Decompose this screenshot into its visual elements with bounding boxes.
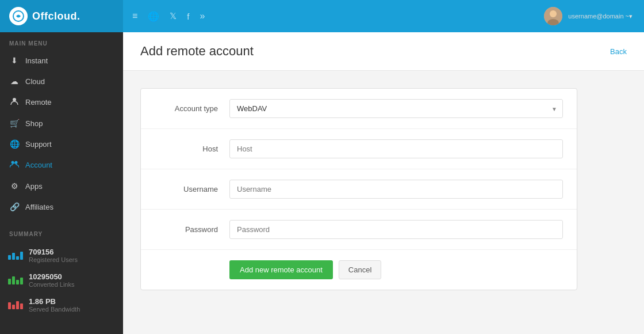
sidebar-item-apps[interactable]: ⚙ Apps	[0, 176, 123, 196]
cancel-button[interactable]: Cancel	[339, 260, 381, 279]
sidebar-item-shop-label: Shop	[25, 119, 43, 128]
affiliates-icon: 🔗	[9, 202, 20, 211]
svg-point-4	[13, 98, 16, 101]
account-type-select[interactable]: WebDAV FTP SFTP Amazon S3 Dropbox	[229, 99, 563, 118]
sidebar-item-instant[interactable]: ⬇ Instant	[0, 50, 123, 71]
instant-icon: ⬇	[9, 56, 20, 65]
logo-area: Offcloud.	[0, 0, 123, 32]
sidebar-item-shop[interactable]: 🛒 Shop	[0, 113, 123, 134]
converted-links-label: Converted Links	[29, 281, 75, 288]
password-label: Password	[155, 225, 229, 234]
password-input[interactable]	[229, 220, 563, 239]
sidebar-summary: 709156 Registered Users 10295050 Convert…	[0, 241, 123, 320]
sidebar-item-remote[interactable]: Remote	[0, 92, 123, 113]
host-label: Host	[155, 145, 229, 153]
add-remote-account-form: Account type WebDAV FTP SFTP Amazon S3 D…	[140, 88, 577, 290]
registered-users-count: 709156	[29, 248, 78, 256]
remote-icon	[9, 97, 20, 107]
form-actions: Add new remote account Cancel	[141, 250, 577, 290]
logo-text: Offcloud.	[32, 10, 80, 22]
served-bandwidth-count: 1.86 PB	[29, 297, 80, 306]
sidebar-item-instant-label: Instant	[25, 56, 48, 65]
content-header: Add remote account Back	[123, 32, 644, 71]
topbar: Offcloud. ≡ 🌐 𝕏 f » username@domain ~▾	[0, 0, 644, 32]
globe-icon[interactable]: 🌐	[148, 11, 159, 22]
account-type-label: Account type	[155, 104, 229, 113]
cloud-icon: ☁	[9, 77, 20, 86]
registered-users-label: Registered Users	[29, 256, 78, 263]
sidebar-item-support-label: Support	[25, 140, 52, 149]
host-row: Host	[141, 129, 577, 169]
summary-registered-users: 709156 Registered Users	[0, 243, 123, 268]
summary-served-bandwidth: 1.86 PB Served Bandwidth	[0, 293, 123, 317]
account-type-select-wrapper: WebDAV FTP SFTP Amazon S3 Dropbox ▼	[229, 99, 563, 118]
sidebar-item-account-label: Account	[25, 161, 52, 169]
user-name-label[interactable]: username@domain ~▾	[568, 13, 632, 20]
content-body: Account type WebDAV FTP SFTP Amazon S3 D…	[123, 71, 644, 308]
apps-icon: ⚙	[9, 181, 20, 191]
account-type-row: Account type WebDAV FTP SFTP Amazon S3 D…	[141, 89, 577, 129]
hamburger-icon[interactable]: ≡	[132, 11, 137, 21]
password-row: Password	[141, 210, 577, 250]
avatar	[544, 7, 562, 25]
twitter-icon[interactable]: 𝕏	[170, 11, 177, 21]
served-bandwidth-label: Served Bandwidth	[29, 306, 80, 313]
svg-point-2	[550, 10, 557, 17]
sidebar: MAIN MENU ⬇ Instant ☁ Cloud Remote 🛒 Sho…	[0, 32, 123, 334]
username-label: Username	[155, 185, 229, 193]
username-row: Username	[141, 169, 577, 210]
more-icon[interactable]: »	[200, 11, 205, 21]
sidebar-item-support[interactable]: 🌐 Support	[0, 134, 123, 154]
logo-icon	[9, 7, 28, 25]
converted-links-count: 10295050	[29, 272, 75, 281]
shop-icon: 🛒	[9, 119, 20, 128]
facebook-icon[interactable]: f	[187, 12, 189, 21]
main-layout: MAIN MENU ⬇ Instant ☁ Cloud Remote 🛒 Sho…	[0, 32, 644, 334]
served-bandwidth-chart	[8, 301, 23, 309]
sidebar-item-account[interactable]: Account	[0, 154, 123, 176]
username-input[interactable]	[229, 180, 563, 199]
back-link[interactable]: Back	[610, 47, 627, 56]
support-icon: 🌐	[9, 139, 20, 149]
sidebar-item-cloud-label: Cloud	[25, 77, 45, 86]
registered-users-chart	[8, 252, 23, 260]
submit-button[interactable]: Add new remote account	[229, 260, 333, 279]
main-content: Add remote account Back Account type Web…	[123, 32, 644, 334]
sidebar-item-affiliates-label: Affiliates	[25, 203, 53, 211]
summary-label: SUMMARY	[0, 223, 123, 241]
sidebar-item-affiliates[interactable]: 🔗 Affiliates	[0, 196, 123, 217]
converted-links-chart	[8, 276, 23, 284]
page-title: Add remote account	[140, 44, 254, 59]
host-input[interactable]	[229, 139, 563, 158]
account-icon	[9, 160, 20, 170]
sidebar-item-remote-label: Remote	[25, 98, 52, 107]
topbar-nav: ≡ 🌐 𝕏 f »	[123, 11, 544, 22]
main-menu-label: MAIN MENU	[0, 32, 123, 50]
sidebar-item-cloud[interactable]: ☁ Cloud	[0, 71, 123, 92]
topbar-right: username@domain ~▾	[544, 7, 644, 25]
sidebar-item-apps-label: Apps	[25, 182, 43, 191]
summary-converted-links: 10295050 Converted Links	[0, 268, 123, 293]
